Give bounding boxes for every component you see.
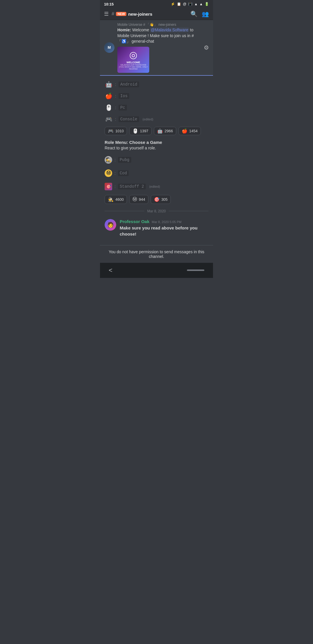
list-item: Ⓜ : Cod — [100, 167, 213, 180]
status-icons: ⚡ 📋 @ 📳 ▲ ▲ 🔋 — [171, 2, 209, 6]
channel-hash: # — [112, 11, 114, 17]
role-menu-title: Role Menu: Choose a Game — [105, 140, 208, 145]
standoff-icon: 🎯 — [105, 183, 112, 190]
notif-server-line: Mobile Universe # 「👋」 new-joiners — [117, 22, 201, 27]
platform-separator: : — [115, 82, 116, 87]
reaction-badge[interactable]: 🎮 1010 — [105, 127, 127, 135]
game-separator: : — [114, 184, 116, 189]
game-separator: : — [114, 171, 116, 176]
platform-label: Pc — [119, 105, 127, 111]
notif-text-before: Welcome — [132, 28, 150, 32]
platform-label: Ios — [119, 93, 129, 99]
reaction-count: 1454 — [189, 129, 198, 133]
notif-image-subtext2: (YOU WON'T DIE HERE, ONLY RESPAW — [117, 66, 149, 70]
no-permission-bar: You do not have permission to send messa… — [100, 245, 213, 263]
date-divider-text: Mar 8, 2020 — [147, 209, 166, 213]
reaction-badge[interactable]: 🍎 1454 — [179, 127, 201, 135]
reaction-row-games: 🕵️ 4600 Ⓜ 944 🎯 305 — [100, 193, 213, 206]
gear-icon[interactable]: ⚙ — [204, 44, 209, 51]
date-divider-line-right — [169, 211, 208, 211]
status-bar: 10:15 ⚡ 📋 @ 📳 ▲ ▲ 🔋 — [100, 0, 213, 8]
nav-bar: < — [100, 263, 213, 278]
reaction-count: 4600 — [115, 197, 124, 202]
apple-reaction-icon: 🍎 — [182, 128, 188, 134]
role-menu-subtitle: React to give yourself a role. — [105, 146, 208, 150]
message-header: Professor Oak Mar 8, 2020 5:05 PM — [120, 219, 208, 224]
user-message: 🧑 Professor Oak Mar 8, 2020 5:05 PM Make… — [100, 217, 213, 239]
status-time: 10:15 — [104, 2, 114, 6]
back-button[interactable]: < — [109, 267, 112, 274]
at-icon: @ — [183, 2, 186, 6]
cod-reaction-icon: Ⓜ — [132, 196, 137, 202]
message-text: Make sure you read above before you choo… — [120, 225, 208, 237]
robot-reaction-icon: 🤖 — [157, 128, 163, 134]
vibrate-icon: 📳 — [188, 2, 192, 6]
edited-label: (edited) — [143, 117, 153, 121]
notif-image: ◎ WELCOME 4ALAVIDA SOFTWARE#488 (YOU WON… — [117, 47, 149, 73]
reaction-count: 1010 — [115, 129, 124, 133]
reaction-row-platforms: 🎮 1010 🖱️ 1397 🤖 2966 🍎 1454 — [100, 125, 213, 137]
reaction-count: 2966 — [165, 129, 173, 133]
list-item: 🍎 : Ios — [100, 90, 213, 102]
pubg-reaction-icon: 🕵️ — [108, 197, 114, 202]
reaction-count: 1397 — [140, 129, 148, 133]
game-label: Cod — [118, 170, 129, 176]
wifi-icon: ▲ — [194, 2, 198, 6]
notif-server-name: Mobile Universe # 「👋」 — [117, 23, 159, 27]
game-separator: : — [114, 158, 116, 162]
notif-mention: @Malavida Software — [150, 28, 189, 32]
channel-header: ☰ # NEW new-joiners 🔍 👥 — [100, 8, 213, 20]
platform-label: Android — [119, 82, 139, 87]
chat-area: 🤖 : Android 🍎 : Ios 🖱️ : Pc 🎮 : Console … — [100, 76, 213, 242]
clipboard-icon: 📋 — [177, 2, 181, 6]
list-item: 🎮 : Console (edited) — [100, 113, 213, 125]
notif-avatar: M — [104, 42, 114, 53]
gamepad-icon: 🎮 — [105, 116, 113, 123]
notification-bar: M Mobile Universe # 「👋」 new-joiners Homi… — [100, 20, 213, 76]
notif-channel-name: new-joiners — [159, 23, 176, 27]
apple-icon: 🍎 — [105, 93, 113, 100]
notif-welcome-text: WELCOME — [127, 61, 140, 64]
discord-logo-icon: ◎ — [129, 49, 137, 60]
channel-name-area: # NEW new-joiners — [112, 11, 188, 17]
hamburger-icon[interactable]: ☰ — [104, 11, 109, 17]
pubg-icon: 🕵️ — [105, 156, 112, 164]
mouse-reaction-icon: 🖱️ — [132, 128, 138, 134]
reaction-badge[interactable]: Ⓜ 944 — [129, 195, 148, 204]
avatar-inner: 🧑 — [105, 219, 116, 231]
reaction-badge[interactable]: 🎯 305 — [151, 195, 171, 204]
search-icon[interactable]: 🔍 — [190, 10, 198, 17]
gamepad-reaction-icon: 🎮 — [108, 128, 114, 134]
game-label: Standoff 2 — [118, 184, 146, 189]
reaction-badge[interactable]: 🖱️ 1397 — [129, 127, 152, 135]
notif-sender: Homie: — [117, 28, 131, 32]
members-icon[interactable]: 👥 — [202, 10, 209, 17]
cod-icon: Ⓜ — [105, 169, 112, 177]
flash-icon: ⚡ — [171, 2, 175, 6]
reaction-count: 305 — [161, 197, 168, 202]
home-indicator[interactable] — [187, 269, 204, 271]
reaction-badge[interactable]: 🕵️ 4600 — [105, 195, 127, 204]
standoff-reaction-icon: 🎯 — [154, 197, 160, 202]
platform-separator: : — [115, 105, 116, 110]
notif-content: Mobile Universe # 「👋」 new-joiners Homie:… — [117, 22, 201, 73]
message-content: Professor Oak Mar 8, 2020 5:05 PM Make s… — [120, 219, 208, 237]
notif-message: Homie: Welcome @Malavida Software to Mob… — [117, 27, 201, 44]
date-divider: Mar 8, 2020 — [100, 206, 213, 217]
message-timestamp: Mar 8, 2020 5:05 PM — [152, 220, 182, 224]
signal-icon: ▲ — [199, 2, 203, 6]
no-permission-text: You do not have permission to send messa… — [109, 249, 204, 259]
mouse-icon: 🖱️ — [105, 104, 113, 111]
battery-icon: 🔋 — [205, 2, 209, 6]
list-item: 🤖 : Android — [100, 79, 213, 90]
robot-icon: 🤖 — [105, 81, 113, 88]
avatar: 🧑 — [105, 219, 116, 231]
edited-label: (edited) — [149, 185, 160, 188]
reaction-badge[interactable]: 🤖 2966 — [154, 127, 176, 135]
reaction-count: 944 — [139, 197, 145, 202]
platform-label: Console — [119, 116, 139, 122]
role-menu-section: Role Menu: Choose a Game React to give y… — [100, 137, 213, 153]
list-item: 🖱️ : Pc — [100, 102, 213, 113]
notif-image-subtext: 4ALAVIDA SOFTWARE#488 — [120, 64, 146, 66]
list-item: 🕵️ : Pubg — [100, 153, 213, 167]
